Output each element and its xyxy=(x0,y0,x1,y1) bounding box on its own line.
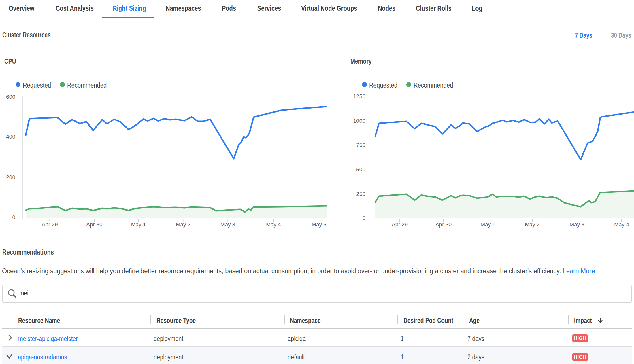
svg-text:1250: 1250 xyxy=(353,93,365,99)
svg-text:May 3: May 3 xyxy=(220,221,235,227)
svg-text:400: 400 xyxy=(6,134,15,140)
svg-text:May 4: May 4 xyxy=(614,221,629,227)
svg-text:0: 0 xyxy=(362,215,365,221)
svg-text:250: 250 xyxy=(356,191,365,197)
svg-text:May 3: May 3 xyxy=(569,221,584,227)
svg-text:600: 600 xyxy=(6,94,15,100)
svg-text:Apr 30: Apr 30 xyxy=(435,221,452,227)
svg-text:1000: 1000 xyxy=(353,118,365,124)
svg-text:May 2: May 2 xyxy=(176,221,191,227)
svg-text:0: 0 xyxy=(12,214,15,220)
svg-text:Apr 29: Apr 29 xyxy=(392,221,408,227)
svg-text:May 5: May 5 xyxy=(312,221,327,227)
svg-text:May 2: May 2 xyxy=(525,221,540,227)
svg-text:Apr 29: Apr 29 xyxy=(42,221,58,227)
svg-text:200: 200 xyxy=(6,174,15,180)
svg-text:Apr 30: Apr 30 xyxy=(86,221,103,227)
svg-text:May 4: May 4 xyxy=(266,221,281,227)
svg-text:May 1: May 1 xyxy=(480,221,495,227)
svg-text:750: 750 xyxy=(356,142,365,148)
svg-text:May 1: May 1 xyxy=(131,221,146,227)
svg-text:500: 500 xyxy=(356,166,365,172)
